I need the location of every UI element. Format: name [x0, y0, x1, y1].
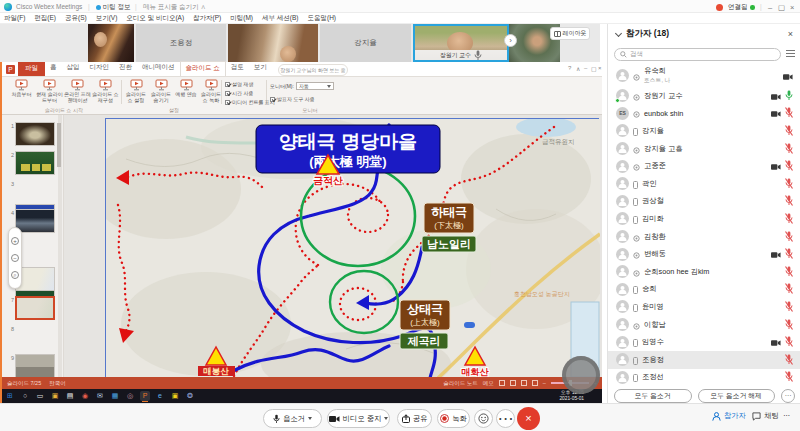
kakaotalk-icon[interactable]: ▣: [170, 391, 180, 401]
slide-thumbnail-1[interactable]: [15, 122, 55, 146]
video-options-caret[interactable]: [384, 417, 388, 420]
people-icon[interactable]: ◎: [125, 391, 135, 401]
participant-row[interactable]: 강지율: [608, 122, 800, 140]
chat-toggle-button[interactable]: 채팅: [752, 411, 779, 421]
ppt-tab-애니메이션[interactable]: 애니메이션: [137, 61, 180, 76]
slide-thumbnail-9[interactable]: [15, 354, 55, 378]
participant-row[interactable]: 순희soon hee 김kim: [608, 263, 800, 281]
thumbnail-scrollbar[interactable]: [58, 115, 62, 377]
participant-row[interactable]: 장원기 교수: [608, 87, 800, 105]
layout-button[interactable]: 레이아웃: [550, 27, 590, 40]
mic-indicator[interactable]: [785, 333, 793, 351]
ribbon-button[interactable]: 처음부터: [8, 79, 35, 98]
participant-row[interactable]: 변해동: [608, 245, 800, 263]
participants-toggle-button[interactable]: 참가자: [712, 411, 746, 421]
menu-item[interactable]: 편집(E): [34, 14, 56, 23]
share-button[interactable]: 공유: [397, 409, 432, 428]
ribbon-button[interactable]: 슬라이드 숨기기: [149, 79, 173, 104]
onedrive-icon[interactable]: ▦: [110, 391, 120, 401]
reading-view-icon[interactable]: [521, 380, 527, 386]
slideshow-view-icon[interactable]: [532, 380, 538, 386]
meeting-info-button[interactable]: 미팅 정보: [96, 3, 131, 12]
mute-options-caret[interactable]: [308, 417, 312, 420]
slide-thumbnail-2[interactable]: [15, 151, 55, 175]
participant-row[interactable]: 조용정: [608, 351, 800, 369]
video-tile-active-speaker[interactable]: 장원기 교수: [413, 24, 509, 62]
participant-row[interactable]: 고종준: [608, 157, 800, 175]
participant-row[interactable]: 임영수: [608, 333, 800, 351]
mic-indicator[interactable]: [785, 228, 793, 246]
video-tile[interactable]: [88, 24, 134, 62]
webex-floating-widget[interactable]: [562, 356, 600, 394]
maximize-button[interactable]: ▢: [778, 3, 785, 12]
participant-row[interactable]: 유숙희호스트, 나: [608, 64, 800, 87]
reactions-button[interactable]: [474, 409, 493, 428]
ppt-tab-삽입[interactable]: 삽입: [62, 61, 85, 76]
ppt-tab-검토[interactable]: 검토: [226, 61, 249, 76]
menu-item[interactable]: 도움말(H): [308, 14, 337, 23]
menu-item[interactable]: 보기(V): [96, 14, 118, 23]
mic-indicator[interactable]: [785, 87, 793, 105]
ppt-restore-button[interactable]: ▢: [591, 65, 597, 72]
slide-thumbnail-4[interactable]: [15, 209, 55, 233]
ribbon-checkbox[interactable]: 미디어 컨트롤 표시: [225, 99, 275, 105]
mail-icon[interactable]: ✉: [95, 391, 105, 401]
participant-row[interactable]: 김미화: [608, 210, 800, 228]
memo-button[interactable]: 메모: [483, 380, 494, 387]
notes-button[interactable]: 슬라이드 노트: [443, 380, 478, 387]
unmute-all-button[interactable]: 모두 음소거 해제: [698, 389, 776, 403]
menu-item[interactable]: 오디오 및 비디오(A): [126, 14, 184, 23]
record-button[interactable]: 녹화: [437, 409, 470, 428]
ribbon-button[interactable]: 슬라이드 쇼 재구성: [92, 79, 119, 104]
mute-all-button[interactable]: 모두 음소거: [614, 389, 692, 403]
mic-indicator[interactable]: [785, 122, 793, 140]
panels-more-button[interactable]: ⋯: [783, 411, 790, 420]
mic-indicator[interactable]: [785, 210, 793, 228]
mic-indicator[interactable]: [785, 351, 793, 369]
ribbon-button[interactable]: 슬라이드 쇼 녹화: [199, 79, 223, 104]
menu-item[interactable]: 참가자(P): [193, 14, 221, 23]
monitor-select[interactable]: 자동: [296, 82, 334, 90]
participant-row[interactable]: 권상철: [608, 193, 800, 211]
close-panel-icon[interactable]: ×: [788, 29, 793, 39]
mic-indicator[interactable]: [785, 140, 793, 158]
photos-icon[interactable]: ❂: [185, 391, 195, 401]
ppt-tab-슬라이드 쇼[interactable]: 슬라이드 쇼: [180, 61, 226, 76]
ribbon-button[interactable]: 슬라이드 쇼 설정: [124, 79, 148, 104]
participant-row[interactable]: 조정선: [608, 369, 800, 387]
mic-indicator[interactable]: [785, 104, 793, 122]
ppt-tab-디자인[interactable]: 디자인: [85, 61, 115, 76]
participant-filter-icon[interactable]: [786, 50, 795, 58]
chrome-icon[interactable]: ◉: [80, 391, 90, 401]
ppt-minimize-button[interactable]: –: [584, 65, 587, 71]
ribbon-button[interactable]: 온라인 프레젠테이션: [64, 79, 91, 104]
ribbon-checkbox[interactable]: 시간 사용: [225, 90, 253, 96]
participant-row[interactable]: 이향남: [608, 316, 800, 334]
monitor-dropdown-row[interactable]: 모니터(M): 자동: [270, 82, 334, 90]
menu-item[interactable]: 미팅(M): [230, 14, 253, 23]
explorer-icon[interactable]: ▣: [50, 391, 60, 401]
ppt-tab-홈[interactable]: 홈: [45, 61, 62, 76]
language-indicator[interactable]: 한국어: [49, 380, 66, 387]
participant-row[interactable]: 승희: [608, 281, 800, 299]
powerpoint-icon[interactable]: P: [140, 391, 150, 401]
menu-item[interactable]: 세부 세션(B): [262, 14, 298, 23]
ribbon-button[interactable]: 예행 연습: [174, 79, 198, 98]
slide-thumbnail-7[interactable]: [15, 296, 55, 320]
close-button[interactable]: ×: [790, 3, 794, 12]
participant-row[interactable]: 윤미영: [608, 298, 800, 316]
ppt-file-tab[interactable]: 파일: [18, 62, 45, 76]
zoom-out-icon[interactable]: −: [11, 254, 19, 262]
participant-row[interactable]: 김창환: [608, 228, 800, 246]
ribbon-checkbox[interactable]: 설명 재생: [225, 81, 253, 87]
ppt-tab-보기[interactable]: 보기: [249, 61, 272, 76]
start-icon[interactable]: ⊞: [5, 391, 15, 401]
ppt-close-button[interactable]: ×: [598, 65, 602, 71]
search-input[interactable]: 검색: [614, 48, 781, 61]
more-options-button[interactable]: ⋯: [496, 409, 515, 428]
hide-menubar-button[interactable]: 메뉴 표시줄 숨기기 ∧: [143, 3, 206, 12]
mic-indicator[interactable]: [785, 175, 793, 193]
mic-indicator[interactable]: [785, 192, 793, 210]
search-icon[interactable]: ○: [20, 391, 30, 401]
participant-row[interactable]: 곽인: [608, 175, 800, 193]
